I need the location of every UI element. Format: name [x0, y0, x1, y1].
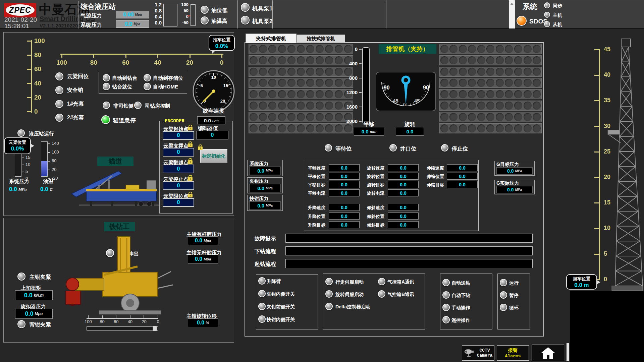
spinner-pressure-value: 0.0 [25, 310, 33, 317]
pipe-slot [505, 79, 513, 87]
roughneck-slider-track[interactable] [87, 326, 158, 330]
catwalk-auto-led[interactable] [144, 74, 151, 81]
catwalk-h-tick [221, 55, 222, 58]
pipe-slot [505, 102, 513, 110]
pipe-pressure-value-box: 0.0MPa [249, 184, 281, 192]
table-field-value: 0.0 [459, 174, 465, 179]
catwalk-h-tick [93, 55, 94, 58]
header-scrollbar[interactable] [509, 0, 515, 28]
catwalk-estop-led[interactable] [101, 115, 110, 124]
pipe-slot [524, 79, 532, 87]
tab-push-pipe-handler[interactable]: 推扶式排管机 [297, 35, 345, 42]
table-field-value-box: 0.0 [388, 221, 419, 228]
control-led[interactable] [442, 316, 450, 323]
temp-bar-tick-label: 100 [52, 149, 59, 155]
control-led[interactable] [325, 290, 333, 298]
pipe-slot [250, 113, 258, 121]
tab-label: 推扶式排管机 [307, 36, 335, 41]
pipe-slot [316, 124, 324, 132]
control-led[interactable] [325, 303, 333, 310]
catwalk-pressure-unit: MPa [18, 187, 27, 192]
tab-clamp-pipe-handler[interactable]: 夹持式排管机 [246, 34, 297, 43]
main-clamp-label: 主钳夹紧 [30, 274, 51, 281]
control-led[interactable] [500, 291, 507, 299]
encoder-field-value[interactable]: 0 [163, 148, 194, 157]
control-label: Delta控制器启动 [335, 304, 370, 310]
pipe-slot [250, 102, 258, 110]
scroll-up-icon[interactable] [510, 3, 514, 5]
roughneck-scale-tick [144, 315, 144, 318]
callout-tail [212, 50, 216, 54]
control-led[interactable] [325, 278, 333, 285]
control-led[interactable] [442, 291, 450, 299]
winch-tick-10: 10 [211, 75, 216, 80]
system-mode-led[interactable] [544, 2, 550, 8]
derrick-scale-tick [594, 202, 599, 203]
roughneck-readout-unit: Mpa [204, 239, 211, 243]
home-button[interactable] [532, 345, 564, 361]
control-led[interactable] [258, 315, 266, 323]
pipe-slot [496, 90, 504, 98]
catwalk-auto-led[interactable] [103, 83, 110, 90]
encoder-field-value[interactable]: 0 [163, 181, 194, 190]
control-led[interactable] [442, 304, 450, 311]
callout-tail [596, 280, 600, 285]
control-led[interactable] [442, 279, 450, 286]
pipe-slot [468, 124, 476, 132]
catwalk-h-scale-axis [60, 54, 223, 55]
catwalk-auto-led[interactable] [144, 83, 151, 90]
pipe-slot [316, 45, 324, 53]
control-led[interactable] [258, 290, 266, 297]
table-field-value-box: 0.0 [388, 213, 419, 220]
pipe-slot [533, 113, 541, 121]
cctv-button[interactable]: CCTV Camera [462, 345, 494, 361]
torque-unit: kN.m [34, 293, 44, 298]
encoder-field-value[interactable]: 0 [163, 198, 194, 207]
control-led[interactable] [258, 303, 266, 310]
hydraulic-row-value: 0.00 [123, 12, 133, 18]
pipe-pressure-value: 0.0 [257, 185, 264, 191]
pipe-slot [440, 102, 448, 110]
oil-temp-readout: 0.0 C [40, 186, 53, 193]
hydraulic-running-label: 液压站运行 [29, 131, 54, 137]
control-led[interactable] [500, 279, 507, 286]
catwalk-auto-led[interactable] [103, 74, 110, 81]
pipe-slot [533, 90, 541, 98]
calibrate-button[interactable]: 标定初始化 [200, 149, 227, 163]
roughneck-scale-tick [116, 315, 116, 318]
pipe-pressure-unit: MPa [266, 186, 273, 190]
pipe-slot [496, 113, 504, 121]
control-led[interactable] [258, 277, 266, 285]
system-mode-led[interactable] [544, 21, 550, 27]
pipe-v-tick [359, 63, 362, 64]
roughneck-slider-handle[interactable] [153, 326, 157, 331]
pipe-slot [335, 68, 343, 76]
tool-pump-label: 机具泵2 [252, 17, 272, 25]
table-field-label: 倾斜位置 [367, 214, 384, 220]
pipe-slot [278, 124, 286, 132]
roughneck-scale-axis [87, 318, 158, 319]
home-icon [539, 346, 557, 360]
pipe-slot [449, 56, 458, 64]
table-field-value-box: 0.0 [388, 181, 419, 188]
table-field-value-box: 0.0 [447, 173, 478, 180]
system-mode-led[interactable] [544, 12, 550, 18]
message-row-label: 下钻流程 [255, 248, 276, 255]
sdos-led[interactable] [517, 16, 527, 26]
encoder-field-value[interactable]: 0 [163, 131, 194, 140]
roughneck-scale-tick [158, 315, 158, 318]
catwalk-status-led [55, 114, 63, 122]
message-row-box [285, 259, 533, 268]
hydraulic-bar-gauge2 [191, 4, 196, 26]
alarms-button[interactable]: 报警 Alarms [497, 345, 529, 361]
encoder-field-value[interactable]: 0 [163, 165, 194, 173]
control-label: 自动送钻 [451, 280, 470, 286]
pipe-slot [468, 90, 476, 98]
winch-speed-label: 绞车速度 [192, 108, 235, 115]
table-field-label: 平移速度 [308, 165, 325, 171]
control-led[interactable] [500, 304, 507, 311]
control-led [378, 290, 385, 298]
pipe-rack-left-row [249, 78, 353, 88]
pipe-slot [449, 102, 458, 110]
roughneck-scale-label: 80 [96, 319, 109, 324]
